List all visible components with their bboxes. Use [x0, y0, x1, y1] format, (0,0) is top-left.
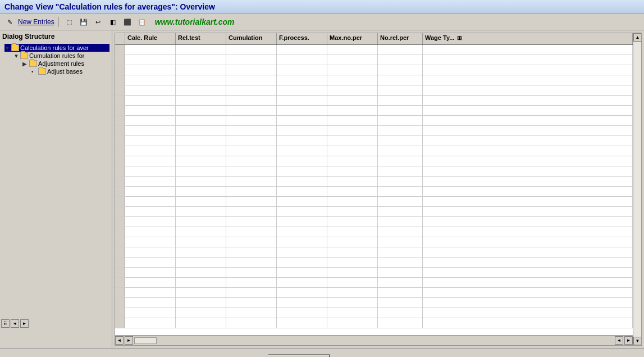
table-cell[interactable] — [125, 166, 176, 176]
save-button[interactable]: 💾 — [77, 16, 90, 28]
table-cell[interactable] — [378, 207, 423, 216]
table-cell[interactable] — [226, 268, 277, 277]
table-cell[interactable] — [125, 187, 176, 196]
table-cell[interactable] — [277, 45, 327, 55]
table-cell[interactable] — [423, 197, 633, 206]
table-cell[interactable] — [226, 288, 277, 297]
table-cell[interactable] — [226, 318, 277, 328]
table-cell[interactable] — [226, 106, 277, 115]
table-cell[interactable] — [378, 156, 423, 166]
table-cell[interactable] — [327, 187, 378, 196]
tree-item-adjustment[interactable]: ▶ Adjustment rules — [22, 60, 109, 67]
table-cell[interactable] — [423, 106, 633, 115]
scroll-up-arrow[interactable]: ▲ — [633, 33, 641, 42]
table-cell[interactable] — [277, 298, 327, 308]
table-cell[interactable] — [125, 227, 176, 237]
table-cell[interactable] — [423, 298, 633, 308]
table-cell[interactable] — [176, 298, 226, 308]
table-cell[interactable] — [125, 146, 176, 156]
table-cell[interactable] — [327, 217, 378, 227]
table-cell[interactable] — [327, 288, 378, 297]
table-cell[interactable] — [423, 177, 633, 186]
table-row[interactable] — [115, 55, 633, 65]
table-cell[interactable] — [176, 116, 226, 125]
table-cell[interactable] — [327, 207, 378, 216]
table-cell[interactable] — [125, 318, 176, 328]
table-row[interactable] — [115, 318, 633, 328]
table-cell[interactable] — [423, 268, 633, 277]
table-cell[interactable] — [378, 136, 423, 146]
table-cell[interactable] — [327, 116, 378, 125]
table-cell[interactable] — [327, 166, 378, 176]
table-cell[interactable] — [327, 247, 378, 257]
table-cell[interactable] — [176, 177, 226, 186]
table-cell[interactable] — [423, 156, 633, 166]
table-cell[interactable] — [226, 187, 277, 196]
table-cell[interactable] — [378, 237, 423, 247]
table-cell[interactable] — [423, 55, 633, 65]
table-cell[interactable] — [327, 45, 378, 55]
table-cell[interactable] — [327, 318, 378, 328]
table-cell[interactable] — [327, 156, 378, 166]
table-cell[interactable] — [277, 207, 327, 216]
table-cell[interactable] — [277, 197, 327, 206]
table-cell[interactable] — [378, 187, 423, 196]
table-cell[interactable] — [226, 177, 277, 186]
table-cell[interactable] — [226, 146, 277, 156]
table-cell[interactable] — [125, 278, 176, 287]
table-cell[interactable] — [327, 308, 378, 318]
table-row[interactable] — [115, 156, 633, 166]
table-cell[interactable] — [226, 278, 277, 287]
table-cell[interactable] — [378, 197, 423, 206]
table-row[interactable] — [115, 65, 633, 75]
table-cell[interactable] — [226, 85, 277, 95]
h-scroll-track[interactable] — [134, 337, 157, 344]
table-cell[interactable] — [378, 227, 423, 237]
table-cell[interactable] — [423, 126, 633, 135]
table-cell[interactable] — [277, 75, 327, 85]
table-cell[interactable] — [176, 65, 226, 75]
table-row[interactable] — [115, 308, 633, 318]
table-cell[interactable] — [125, 247, 176, 257]
table-row[interactable] — [115, 207, 633, 217]
table-cell[interactable] — [176, 75, 226, 85]
table-row[interactable] — [115, 227, 633, 237]
table-cell[interactable] — [423, 116, 633, 125]
table-cell[interactable] — [378, 318, 423, 328]
table-cell[interactable] — [125, 106, 176, 115]
table-row[interactable] — [115, 126, 633, 136]
nav-button[interactable]: ◧ — [107, 16, 119, 28]
col-header-no-rel-per[interactable]: No.rel.per — [378, 33, 423, 44]
table-row[interactable] — [115, 217, 633, 227]
table-cell[interactable] — [125, 85, 176, 95]
table-cell[interactable] — [176, 268, 226, 277]
table-row[interactable] — [115, 268, 633, 278]
table-cell[interactable] — [378, 268, 423, 277]
table-cell[interactable] — [423, 146, 633, 156]
col-header-max-no-per[interactable]: Max.no.per — [327, 33, 378, 44]
table-cell[interactable] — [378, 257, 423, 267]
table-cell[interactable] — [327, 146, 378, 156]
table-cell[interactable] — [327, 85, 378, 95]
table-row[interactable] — [115, 237, 633, 247]
table-cell[interactable] — [226, 55, 277, 65]
table-cell[interactable] — [125, 55, 176, 65]
table-cell[interactable] — [327, 75, 378, 85]
table-cell[interactable] — [327, 136, 378, 146]
h-scroll-left-btn[interactable]: ◄ — [115, 336, 124, 345]
table-cell[interactable] — [378, 298, 423, 308]
table-cell[interactable] — [226, 96, 277, 105]
copy-table-button[interactable]: ⬚ — [63, 16, 75, 28]
table-cell[interactable] — [226, 65, 277, 75]
table-cell[interactable] — [423, 288, 633, 297]
table-cell[interactable] — [226, 257, 277, 267]
table-cell[interactable] — [327, 298, 378, 308]
table-cell[interactable] — [176, 217, 226, 227]
table-cell[interactable] — [378, 288, 423, 297]
table-cell[interactable] — [226, 298, 277, 308]
prev-button[interactable]: ⬛ — [121, 16, 134, 28]
table-row[interactable] — [115, 45, 633, 55]
table-cell[interactable] — [125, 197, 176, 206]
table-cell[interactable] — [423, 136, 633, 146]
table-cell[interactable] — [176, 257, 226, 267]
